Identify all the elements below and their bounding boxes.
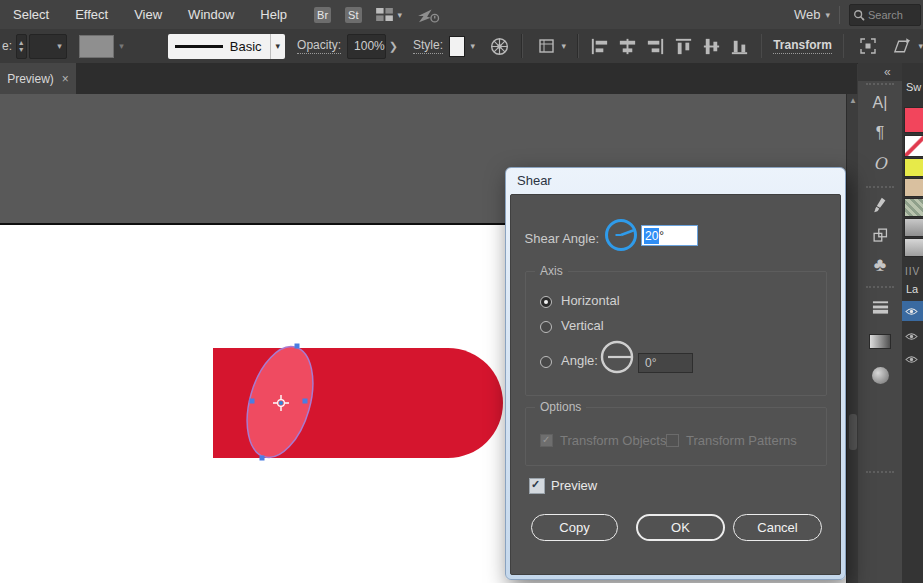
swatch-yellow-green[interactable] <box>904 158 923 177</box>
symbols-panel-icon[interactable]: ♣ <box>858 253 902 277</box>
chevron-down-icon: ▾ <box>470 41 475 51</box>
visibility-eye-icon[interactable] <box>905 355 918 364</box>
stroke-panel-icon[interactable] <box>858 295 902 319</box>
arrange-documents-button[interactable]: ▾ <box>376 8 403 21</box>
document-tab[interactable]: Preview) × <box>0 63 76 94</box>
control-bar: e: ▲▼ ▾ ▾ Basic ▾ Opacity: 100% ❯ Style:… <box>0 29 923 64</box>
stock-button[interactable]: St <box>345 7 361 23</box>
copy-button[interactable]: Copy <box>531 514 618 541</box>
align-center-icon[interactable] <box>617 36 638 57</box>
close-icon[interactable]: × <box>62 72 69 86</box>
selected-ellipse-object[interactable] <box>210 330 390 480</box>
radio-vertical-label[interactable]: Vertical <box>561 318 604 333</box>
opacity-input[interactable]: 100% <box>347 34 386 59</box>
shear-angle-dial[interactable] <box>603 217 639 253</box>
shear-angle-degree-suffix: ° <box>659 229 664 243</box>
chevron-down-icon: ▾ <box>398 10 403 20</box>
style-swatch[interactable] <box>449 36 465 57</box>
radio-horizontal[interactable] <box>540 296 552 308</box>
transform-patterns-label: Transform Patterns <box>686 433 797 448</box>
collapse-panels-icon[interactable]: « <box>884 65 891 79</box>
divider <box>521 34 523 58</box>
gradient-panel-icon[interactable] <box>858 329 902 353</box>
expanded-panels-strip: Sw IIV La <box>902 63 923 583</box>
panel-dock: « A| ¶ O ♣ <box>858 63 923 583</box>
opentype-panel-icon[interactable]: O <box>858 151 902 175</box>
shear-angle-input[interactable]: 20 ° <box>641 225 698 246</box>
search-input[interactable]: Search <box>849 4 921 26</box>
stroke-label: e: <box>2 39 12 53</box>
panel-group-grip[interactable] <box>866 286 894 288</box>
shear-tool-button[interactable]: ▾ <box>892 36 923 56</box>
transform-link[interactable]: Transform <box>773 38 832 54</box>
layer-row-selected[interactable] <box>902 301 923 321</box>
search-icon <box>853 9 865 21</box>
recolor-artwork-button[interactable] <box>489 36 510 57</box>
radio-angle[interactable] <box>540 356 552 368</box>
chevron-down-icon: ▾ <box>270 34 286 59</box>
axis-angle-dial[interactable] <box>598 338 636 376</box>
panel-group-grip[interactable] <box>866 186 894 188</box>
swatch-tan[interactable] <box>904 178 923 197</box>
panel-group-grip[interactable] <box>866 83 894 85</box>
scale-bounds-icon <box>858 36 878 56</box>
dialog-title[interactable]: Shear <box>506 168 845 193</box>
share-button[interactable] <box>416 6 440 24</box>
radio-vertical[interactable] <box>540 321 552 333</box>
swatches-panel-title: Sw <box>906 81 921 93</box>
ok-button[interactable]: OK <box>636 514 725 541</box>
menu-select[interactable]: Select <box>0 7 62 22</box>
align-bottom-icon[interactable] <box>729 36 750 57</box>
stroke-weight-dropdown[interactable]: ▾ <box>29 34 67 59</box>
variable-width-profile[interactable] <box>79 35 114 58</box>
align-right-icon[interactable] <box>645 36 666 57</box>
visibility-eye-icon[interactable] <box>905 307 918 316</box>
document-setup-button[interactable]: ▾ <box>537 36 567 56</box>
bridge-button[interactable]: Br <box>314 7 331 23</box>
menu-view[interactable]: View <box>121 7 175 22</box>
graphic-styles-panel-icon[interactable] <box>858 223 902 247</box>
illustrator-window: Select Effect View Window Help Br St ▾ W… <box>0 0 923 583</box>
scale-tool-button[interactable] <box>858 36 878 56</box>
swatch-gray-1[interactable] <box>904 218 923 237</box>
document-tab-label: Preview) <box>7 72 54 86</box>
swatch-gray-2[interactable] <box>904 238 923 257</box>
brush-definition-dropdown[interactable]: Basic ▾ <box>168 34 285 59</box>
workspace-switcher[interactable]: Web ▾ <box>794 7 830 22</box>
radio-angle-label[interactable]: Angle: <box>561 353 598 368</box>
menu-effect[interactable]: Effect <box>62 7 121 22</box>
cancel-button[interactable]: Cancel <box>733 514 822 541</box>
paragraph-panel-icon[interactable]: ¶ <box>858 121 902 145</box>
layer-row[interactable] <box>902 349 923 369</box>
layers-panel-title: La <box>906 283 918 295</box>
preview-label[interactable]: Preview <box>551 478 597 493</box>
scrollbar-thumb[interactable] <box>849 414 857 450</box>
transform-objects-label: Transform Objects <box>560 433 666 448</box>
axis-group-label: Axis <box>535 264 568 278</box>
brushes-panel-icon[interactable] <box>858 193 902 217</box>
align-top-icon[interactable] <box>673 36 694 57</box>
opacity-stepper-arrow[interactable]: ❯ <box>389 40 398 53</box>
swatch-pattern[interactable] <box>904 198 923 217</box>
swatch-red[interactable] <box>904 107 923 133</box>
visibility-eye-icon[interactable] <box>905 332 918 341</box>
axis-angle-input[interactable]: 0° <box>638 353 693 373</box>
menu-window[interactable]: Window <box>175 7 247 22</box>
transparency-panel-icon[interactable] <box>858 363 902 387</box>
opacity-link[interactable]: Opacity: <box>297 38 341 54</box>
chevron-down-icon: ▾ <box>825 10 830 20</box>
panel-group-grip[interactable] <box>866 471 894 473</box>
align-left-icon[interactable] <box>589 36 610 57</box>
options-group: Options Transform Objects Transform Patt… <box>525 407 827 466</box>
align-middle-icon[interactable] <box>701 36 722 57</box>
document-tab-bar: Preview) × <box>0 63 857 95</box>
layer-row[interactable] <box>902 326 923 346</box>
swatch-none[interactable] <box>904 135 923 157</box>
menu-help[interactable]: Help <box>247 7 300 22</box>
preview-checkbox[interactable] <box>529 478 545 494</box>
document-setup-icon <box>537 36 557 56</box>
character-panel-icon[interactable]: A| <box>858 91 902 115</box>
style-link[interactable]: Style: <box>413 38 443 54</box>
radio-horizontal-label[interactable]: Horizontal <box>561 293 620 308</box>
stroke-weight-stepper[interactable]: ▲▼ <box>16 34 27 59</box>
